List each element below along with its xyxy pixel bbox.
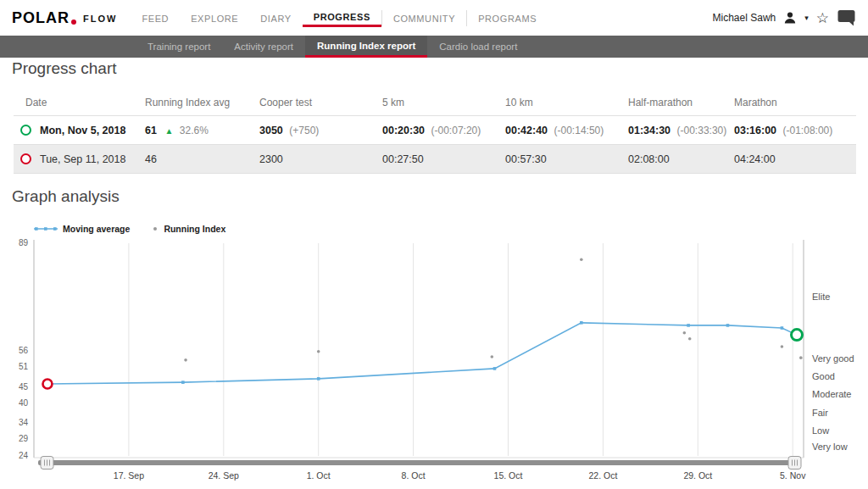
y-axis-label: 51: [19, 362, 29, 371]
col-half-marathon: Half-marathon: [628, 97, 734, 108]
x-axis-label: 22. Oct: [588, 470, 617, 481]
end-marker[interactable]: [792, 330, 803, 341]
table-header-row: Date Running Index avg Cooper test 5 km …: [14, 90, 856, 115]
x-axis-label: 17. Sep: [114, 470, 144, 481]
zone-label: Very good: [812, 353, 854, 364]
top-bar: POLAR FLOW FEED EXPLORE DIARY PROGRESS C…: [0, 0, 868, 36]
running-index-point: [184, 358, 187, 362]
graph-analysis-title: Graph analysis: [12, 187, 120, 206]
zone-label: Elite: [812, 292, 830, 302]
favorite-star-icon[interactable]: ☆: [816, 11, 829, 25]
y-axis-label: 24: [19, 451, 29, 460]
col-5km: 5 km: [382, 97, 505, 108]
running-index-point: [683, 331, 687, 335]
row-10km-delta: (-00:14:50): [554, 125, 604, 136]
row-10km: 00:42:40: [505, 125, 548, 136]
running-index-point: [781, 345, 784, 348]
col-date: Date: [14, 97, 145, 108]
moving-average-point: [726, 324, 730, 327]
range-slider-track[interactable]: [38, 460, 801, 465]
legend-moving-average: Moving average: [34, 224, 130, 234]
moving-average-point: [181, 381, 185, 384]
y-axis-label: 89: [19, 238, 29, 247]
nav-item-feed[interactable]: FEED: [131, 10, 180, 26]
row-half-marathon-delta: (-00:33:30): [677, 125, 727, 136]
zone-label: Moderate: [812, 389, 851, 399]
nav-item-programs[interactable]: PROGRAMS: [466, 10, 548, 26]
range-slider-handle-left[interactable]: [41, 457, 53, 470]
baseline-session-marker-icon: [20, 153, 31, 164]
y-axis-label: 40: [19, 398, 29, 408]
running-index-chart: 2429344045515689EliteVery goodGoodModera…: [0, 236, 868, 489]
y-axis-label: 45: [19, 382, 29, 392]
y-axis-label: 56: [19, 346, 29, 355]
range-slider-handle-right[interactable]: [788, 457, 801, 470]
progress-chart-title: Progress chart: [12, 59, 117, 78]
x-axis-label: 8. Oct: [402, 470, 426, 481]
nav-item-progress[interactable]: PROGRESS: [303, 8, 381, 27]
col-marathon: Marathon: [734, 97, 856, 108]
running-index-point: [491, 355, 494, 358]
main-nav: FEED EXPLORE DIARY PROGRESS COMMUNITY PR…: [131, 0, 548, 36]
nav-item-diary[interactable]: DIARY: [249, 10, 302, 26]
moving-average-point: [687, 324, 690, 327]
progress-table: Date Running Index avg Cooper test 5 km …: [14, 90, 856, 174]
latest-session-marker-icon: [20, 125, 31, 136]
row-5km: 00:20:30: [382, 125, 425, 136]
nav-item-explore[interactable]: EXPLORE: [180, 10, 249, 26]
legend-running-index: Running Index: [152, 224, 225, 234]
row-cooper: 3050: [259, 125, 283, 136]
moving-average-point: [781, 326, 784, 330]
polar-logo-text: POLAR: [12, 9, 70, 27]
y-axis-label: 29: [19, 434, 29, 443]
x-axis-label: 24. Sep: [209, 470, 239, 481]
moving-average-point: [580, 321, 583, 325]
y-axis-label: 34: [19, 418, 29, 427]
table-row[interactable]: Tue, Sep 11, 2018 46 2300 00:27:50 00:57…: [14, 144, 856, 174]
zone-label: Good: [812, 371, 835, 381]
zone-label: Very low: [812, 442, 848, 452]
trend-up-icon: ▲: [164, 126, 173, 136]
tab-training-report[interactable]: Training report: [136, 36, 222, 58]
col-running-index-avg: Running Index avg: [145, 97, 259, 108]
user-name[interactable]: Michael Sawh: [713, 12, 776, 24]
row-marathon: 03:16:00: [734, 125, 776, 136]
running-index-legend-icon: [152, 225, 159, 232]
chart-legend: Moving average Running Index: [34, 224, 225, 234]
running-index-point: [580, 258, 583, 262]
notifications-icon[interactable]: [837, 9, 856, 26]
chevron-down-icon[interactable]: ▾: [804, 14, 809, 22]
table-row[interactable]: Mon, Nov 5, 2018 61 ▲ 32.6% 3050 (+750) …: [14, 115, 856, 144]
running-index-point: [317, 350, 320, 353]
zone-label: Fair: [812, 408, 828, 418]
row-date: Mon, Nov 5, 2018: [40, 125, 125, 136]
zone-label: Low: [812, 425, 829, 436]
x-axis-label: 15. Oct: [494, 470, 523, 481]
row-running-index: 61: [145, 125, 157, 136]
row-marathon-delta: (-01:08:00): [783, 125, 833, 136]
row-5km-delta: (-00:07:20): [431, 125, 481, 136]
nav-item-community[interactable]: COMMUNITY: [381, 10, 466, 26]
tab-cardio-load-report[interactable]: Cardio load report: [427, 36, 529, 58]
x-axis-label: 5. Nov: [780, 470, 806, 481]
col-10km: 10 km: [505, 97, 628, 108]
moving-average-point: [493, 367, 497, 370]
row-half-marathon: 01:34:30: [628, 125, 670, 136]
row-marathon: 04:24:00: [734, 153, 776, 165]
legend-label: Moving average: [63, 224, 130, 234]
running-index-point: [688, 337, 692, 341]
row-running-index: 46: [145, 153, 157, 165]
polar-logo[interactable]: POLAR FLOW: [12, 9, 117, 27]
legend-label: Running Index: [164, 224, 225, 234]
report-tabs-bar: Training report Activity report Running …: [0, 36, 868, 58]
row-10km: 00:57:30: [505, 153, 547, 165]
user-icon[interactable]: [783, 11, 797, 25]
x-axis-label: 1. Oct: [307, 470, 331, 481]
flow-label: FLOW: [83, 14, 117, 24]
tab-activity-report[interactable]: Activity report: [222, 36, 305, 58]
moving-average-point: [317, 377, 320, 381]
tab-running-index-report[interactable]: Running Index report: [305, 36, 427, 58]
start-marker[interactable]: [42, 380, 52, 389]
row-half-marathon: 02:08:00: [628, 153, 670, 165]
row-date: Tue, Sep 11, 2018: [40, 153, 125, 165]
